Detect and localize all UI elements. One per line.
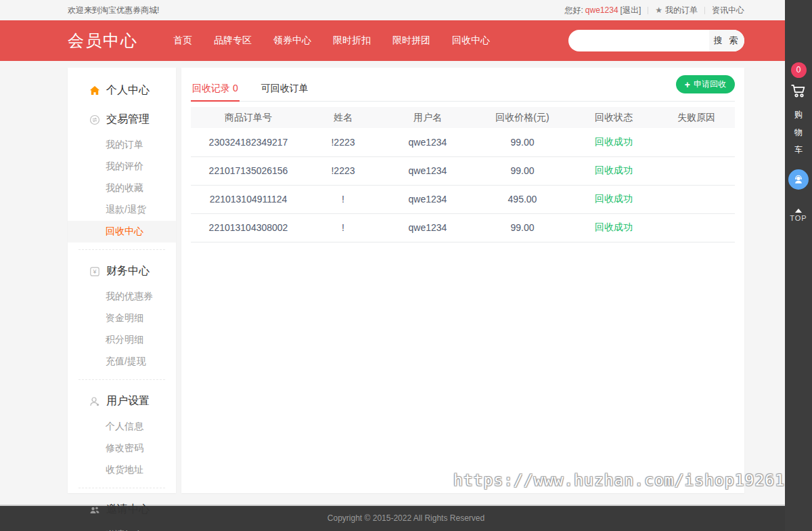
- sidebar-item-change-password[interactable]: 修改密码: [68, 438, 176, 459]
- tab-count: 0: [233, 83, 238, 93]
- table-header-row: 商品订单号 姓名 用户名 回收价格(元) 回收状态 失败原因: [191, 107, 735, 128]
- cell-order-number: 230324182349217: [191, 128, 306, 156]
- sidebar-item-recharge-withdraw[interactable]: 充值/提现: [68, 351, 176, 373]
- sidebar-item-points-details[interactable]: 积分明细: [68, 329, 176, 351]
- search-box: 搜 索: [568, 30, 744, 51]
- sidebar-section-trade-management[interactable]: 交易管理: [68, 105, 176, 134]
- site-logo[interactable]: 会员中心: [68, 30, 138, 51]
- sidebar-item-my-orders[interactable]: 我的订单: [68, 134, 176, 156]
- cell-price: 99.00: [475, 213, 570, 242]
- tab-bar: 回收记录 0 可回收订单: [191, 75, 735, 102]
- sidebar-section-user-settings[interactable]: 用户设置: [68, 387, 176, 416]
- sidebar-item-refund-return[interactable]: 退款/退货: [68, 199, 176, 221]
- star-icon: ★: [655, 5, 662, 15]
- customer-service-icon: [792, 173, 805, 186]
- greeting-prefix: 您好:: [565, 5, 583, 15]
- customer-service-button[interactable]: [788, 169, 809, 190]
- sidebar-item-personal-info[interactable]: 个人信息: [68, 416, 176, 438]
- cell-failure-reason: [658, 185, 735, 213]
- cart-icon[interactable]: [790, 82, 807, 102]
- cell-username: qwe1234: [380, 128, 475, 156]
- right-toolbar: 0 购物车 TOP: [785, 0, 812, 531]
- col-recycle-status: 回收状态: [570, 107, 658, 128]
- username-link[interactable]: qwe1234: [585, 5, 618, 15]
- cell-price: 99.00: [475, 156, 570, 185]
- status-badge: 回收成功: [570, 128, 658, 156]
- cart-count-badge: 0: [791, 62, 807, 78]
- table-row: 230324182349217 !2223 qwe1234 99.00 回收成功: [191, 128, 735, 156]
- topbar: 欢迎来到淘宝优惠券商城! 您好:qwe1234[退出] ★我的订单 资讯中心: [0, 0, 812, 20]
- cell-order-number: 221013104308002: [191, 213, 306, 242]
- sidebar-item-invite-friends[interactable]: 邀请好友: [68, 524, 176, 531]
- back-to-top-button[interactable]: TOP: [785, 209, 812, 222]
- greeting-text: 您好:qwe1234[退出]: [565, 5, 641, 16]
- cell-name: !: [306, 213, 380, 242]
- sidebar-item-recycle-center[interactable]: 回收中心: [68, 221, 176, 242]
- invite-icon: [89, 505, 100, 515]
- col-name: 姓名: [306, 107, 380, 128]
- sidebar-section-invite-center[interactable]: 邀请中心: [68, 495, 176, 524]
- cart-label[interactable]: 购物车: [794, 106, 803, 158]
- nav-item-group-buy[interactable]: 限时拼团: [392, 35, 430, 47]
- plus-icon: +: [685, 80, 690, 89]
- status-badge: 回收成功: [570, 213, 658, 242]
- status-badge: 回收成功: [570, 156, 658, 185]
- search-button[interactable]: 搜 索: [709, 30, 744, 51]
- cell-name: !: [306, 185, 380, 213]
- sidebar-item-my-favorites[interactable]: 我的收藏: [68, 177, 176, 199]
- cell-username: qwe1234: [380, 213, 475, 242]
- sidebar-divider: [78, 379, 165, 380]
- cell-order-number: 221013104911124: [191, 185, 306, 213]
- up-arrow-icon: [795, 209, 802, 213]
- sidebar-section-finance-center[interactable]: ¥ 财务中心: [68, 257, 176, 286]
- sidebar-divider: [78, 249, 165, 250]
- main-panel: 回收记录 0 可回收订单 + 申请回收 商品订单号 姓名 用户名 回收价格(元)…: [181, 68, 744, 493]
- cell-failure-reason: [658, 213, 735, 242]
- col-failure-reason: 失败原因: [658, 107, 735, 128]
- cell-failure-reason: [658, 156, 735, 185]
- sidebar-item-my-coupons[interactable]: 我的优惠券: [68, 286, 176, 307]
- welcome-text: 欢迎来到淘宝优惠券商城!: [68, 5, 159, 16]
- nav-item-coupon-center[interactable]: 领券中心: [273, 35, 311, 47]
- watermark: https://www.huzhan.com/ishop19261: [453, 471, 785, 489]
- nav-item-brand-zone[interactable]: 品牌专区: [214, 35, 252, 47]
- topbar-divider: [704, 7, 705, 14]
- tab-recycle-records[interactable]: 回收记录 0: [191, 77, 240, 101]
- apply-recycle-button[interactable]: + 申请回收: [676, 75, 735, 93]
- cell-name: !2223: [306, 156, 380, 185]
- cell-failure-reason: [658, 128, 735, 156]
- table-row: 221013104911124 ! qwe1234 495.00 回收成功: [191, 185, 735, 213]
- nav-item-recycle-center[interactable]: 回收中心: [452, 35, 490, 47]
- status-badge: 回收成功: [570, 185, 658, 213]
- sidebar-section-personal-center[interactable]: 个人中心: [68, 76, 176, 105]
- col-recycle-price: 回收价格(元): [475, 107, 570, 128]
- cell-username: qwe1234: [380, 185, 475, 213]
- tab-recyclable-orders[interactable]: 可回收订单: [260, 77, 310, 101]
- sidebar-item-shipping-address[interactable]: 收货地址: [68, 459, 176, 481]
- sidebar-item-fund-details[interactable]: 资金明细: [68, 307, 176, 329]
- exchange-icon: [89, 114, 100, 125]
- home-icon: [89, 85, 100, 96]
- cell-name: !2223: [306, 128, 380, 156]
- sidebar-item-my-reviews[interactable]: 我的评价: [68, 156, 176, 177]
- search-input[interactable]: [568, 30, 709, 51]
- sidebar: 个人中心 交易管理 我的订单 我的评价 我的收藏 退款/退货 回收中心 ¥ 财务…: [68, 68, 176, 493]
- my-orders-link[interactable]: ★我的订单: [655, 5, 698, 16]
- main-header: 会员中心 首页 品牌专区 领券中心 限时折扣 限时拼团 回收中心 搜 索: [0, 20, 812, 61]
- user-settings-icon: [89, 396, 100, 407]
- nav-item-home[interactable]: 首页: [173, 35, 192, 47]
- recycle-records-table: 商品订单号 姓名 用户名 回收价格(元) 回收状态 失败原因 230324182…: [191, 107, 735, 242]
- news-center-link[interactable]: 资讯中心: [712, 5, 744, 16]
- topbar-divider: [648, 7, 648, 14]
- col-username: 用户名: [380, 107, 475, 128]
- col-order-number: 商品订单号: [191, 107, 306, 128]
- nav-item-flash-discount[interactable]: 限时折扣: [333, 35, 371, 47]
- main-nav: 首页 品牌专区 领券中心 限时折扣 限时拼团 回收中心: [173, 35, 490, 47]
- cell-username: qwe1234: [380, 156, 475, 185]
- svg-text:¥: ¥: [92, 268, 97, 275]
- cell-price: 495.00: [475, 185, 570, 213]
- sidebar-divider: [78, 488, 165, 488]
- finance-icon: ¥: [89, 266, 100, 277]
- logout-link[interactable]: [退出]: [621, 5, 641, 15]
- copyright-text: Copyright © 2015-2022 All Rights Reserve…: [328, 513, 484, 523]
